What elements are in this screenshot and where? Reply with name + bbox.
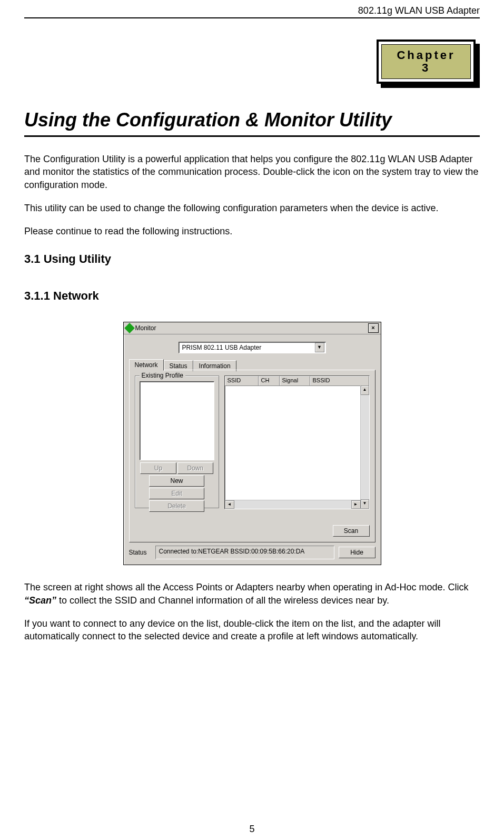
titlebar: Monitor ×	[124, 322, 381, 334]
status-value: Connected to:NETGEAR BSSID:00:09:5B:66:2…	[155, 546, 334, 559]
hide-button[interactable]: Hide	[339, 547, 375, 558]
edit-button[interactable]: Edit	[149, 488, 204, 499]
paragraph-1: The Configuration Utility is a powerful …	[24, 153, 480, 191]
close-button[interactable]: ×	[368, 323, 379, 333]
paragraph-2: This utility can be used to change the f…	[24, 202, 480, 214]
adapter-selected-value: PRISM 802.11 USB Adapter	[182, 344, 262, 351]
tab-strip: Network Status Information	[129, 359, 375, 370]
col-ssid[interactable]: SSID	[225, 376, 259, 386]
header-rule	[24, 17, 480, 18]
ap-horizontal-scrollbar[interactable]: ◄ ►	[225, 500, 361, 509]
chapter-label: Chapter	[397, 49, 455, 62]
paragraph-4-pre: The screen at right shows all the Access…	[24, 582, 468, 592]
paragraph-4-scan: “Scan”	[24, 595, 56, 606]
up-button[interactable]: Up	[140, 462, 176, 474]
existing-profile-label: Existing Profile	[140, 372, 185, 379]
scroll-down-icon[interactable]: ▼	[361, 499, 369, 509]
col-ch[interactable]: CH	[259, 376, 280, 386]
col-signal[interactable]: Signal	[280, 376, 310, 386]
scroll-right-icon[interactable]: ►	[351, 500, 361, 509]
monitor-window: Monitor × PRISM 802.11 USB Adapter ▼ Net…	[123, 322, 381, 565]
scroll-up-icon[interactable]: ▲	[361, 386, 369, 395]
scroll-left-icon[interactable]: ◄	[225, 500, 234, 509]
existing-profile-group: Existing Profile Up Down New Edit	[135, 375, 219, 508]
ap-list-header: SSID CH Signal BSSID	[225, 376, 369, 386]
tab-pane-network: Existing Profile Up Down New Edit	[129, 370, 375, 542]
col-bssid[interactable]: BSSID	[310, 376, 369, 386]
dropdown-arrow-icon[interactable]: ▼	[315, 343, 324, 352]
paragraph-5: If you want to connect to any device on …	[24, 617, 480, 643]
page-number: 5	[0, 824, 504, 835]
delete-button[interactable]: Delete	[149, 500, 204, 512]
chapter-number: 3	[422, 62, 430, 74]
new-button[interactable]: New	[149, 475, 204, 487]
app-icon	[124, 323, 135, 334]
title-rule	[24, 135, 480, 137]
paragraph-3: Please continue to read the following in…	[24, 225, 480, 238]
down-button[interactable]: Down	[177, 462, 213, 474]
window-title: Monitor	[135, 324, 366, 332]
section-3-1-1: 3.1.1 Network	[24, 289, 480, 303]
status-label: Status	[129, 549, 151, 556]
profile-list[interactable]	[140, 381, 214, 460]
page-title: Using the Configuration & Monitor Utilit…	[24, 109, 480, 131]
section-3-1: 3.1 Using Utility	[24, 252, 480, 266]
ap-list[interactable]: SSID CH Signal BSSID ▲ ▼ ◄ ►	[224, 375, 370, 509]
tab-network[interactable]: Network	[129, 359, 164, 371]
paragraph-4: The screen at right shows all the Access…	[24, 581, 480, 607]
header-product: 802.11g WLAN USB Adapter	[24, 5, 480, 16]
ap-vertical-scrollbar[interactable]: ▲ ▼	[360, 386, 369, 509]
chapter-box: Chapter 3	[377, 39, 480, 88]
scan-button[interactable]: Scan	[333, 525, 370, 537]
paragraph-4-post: to collect the SSID and Channel informat…	[56, 595, 389, 606]
adapter-select[interactable]: PRISM 802.11 USB Adapter ▼	[179, 342, 326, 353]
